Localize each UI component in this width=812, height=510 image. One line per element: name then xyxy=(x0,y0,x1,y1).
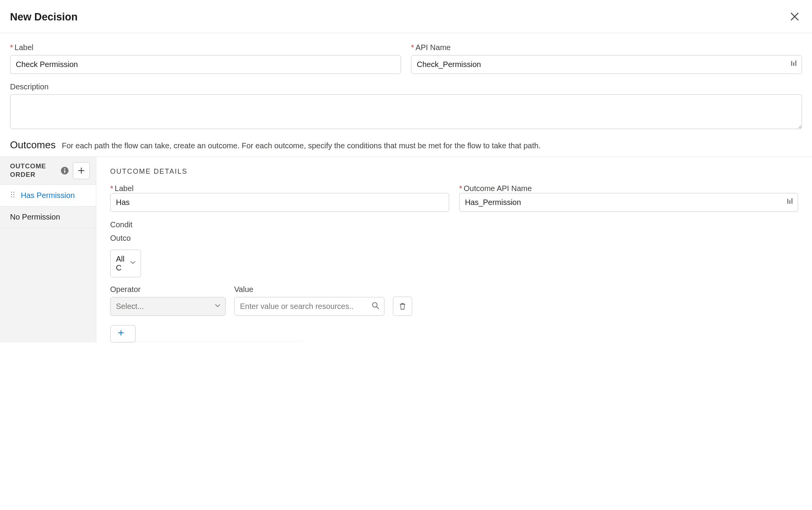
label-field-label: *Label xyxy=(10,43,401,52)
outcome-item-label: Has Permission xyxy=(21,191,75,200)
search-icon xyxy=(371,301,380,312)
condition-outcome-label: Outco xyxy=(110,234,798,243)
trash-icon xyxy=(398,302,407,310)
value-label: Value xyxy=(234,285,384,294)
condition-requirements-select[interactable]: All C xyxy=(110,250,141,277)
modal-title: New Decision xyxy=(10,11,78,23)
outcome-label-input[interactable] xyxy=(110,193,449,212)
outcomes-title: Outcomes xyxy=(10,139,56,151)
plus-icon xyxy=(77,167,85,174)
add-condition-button[interactable] xyxy=(110,325,136,342)
description-textarea[interactable] xyxy=(10,94,802,129)
outcome-details-heading: OUTCOME DETAILS xyxy=(110,168,798,176)
delete-condition-button[interactable] xyxy=(393,297,412,316)
bars-icon xyxy=(787,198,794,207)
outcome-details-panel: OUTCOME DETAILS *Label *Outcome API Name… xyxy=(96,157,812,342)
condition-row: Operator Select... Value xyxy=(110,285,798,316)
plus-icon xyxy=(117,329,124,338)
outcome-order-header: OUTCOME ORDER xyxy=(0,157,96,185)
modal-header: New Decision xyxy=(0,0,812,33)
api-name-input[interactable] xyxy=(411,55,802,74)
condition-requirements-label: Condit xyxy=(110,220,798,229)
outcome-label-label: *Label xyxy=(110,184,134,193)
outcomes-header: Outcomes For each path the flow can take… xyxy=(0,138,812,156)
close-button[interactable] xyxy=(787,9,802,25)
outcome-api-name-label: *Outcome API Name xyxy=(459,184,532,193)
outcomes-split: OUTCOME ORDER Has Permission No Permissi… xyxy=(0,156,812,342)
outcome-item-no-permission[interactable]: No Permission xyxy=(0,206,96,228)
close-icon xyxy=(790,12,799,21)
value-input[interactable] xyxy=(234,297,384,316)
description-label: Description xyxy=(10,82,802,91)
form-body: *Label *API Name Description xyxy=(0,33,812,129)
outcome-item-has-permission[interactable]: Has Permission xyxy=(0,185,96,206)
outcome-item-label: No Permission xyxy=(10,213,60,221)
outcome-api-name-input[interactable] xyxy=(459,193,798,212)
new-decision-modal: New Decision *Label *API Name Descriptio… xyxy=(0,0,812,342)
add-outcome-button[interactable] xyxy=(73,162,90,179)
label-input[interactable] xyxy=(10,55,401,74)
bars-icon xyxy=(790,60,797,69)
outcome-order-title: OUTCOME ORDER xyxy=(10,162,60,179)
operator-label: Operator xyxy=(110,285,226,294)
operator-select[interactable]: Select... xyxy=(110,297,226,316)
drag-handle-icon[interactable] xyxy=(10,191,15,200)
outcomes-help: For each path the flow can take, create … xyxy=(62,141,541,150)
info-icon[interactable] xyxy=(60,166,69,175)
outcome-order-sidebar: OUTCOME ORDER Has Permission No Permissi… xyxy=(0,157,96,342)
api-name-label: *API Name xyxy=(411,43,802,52)
